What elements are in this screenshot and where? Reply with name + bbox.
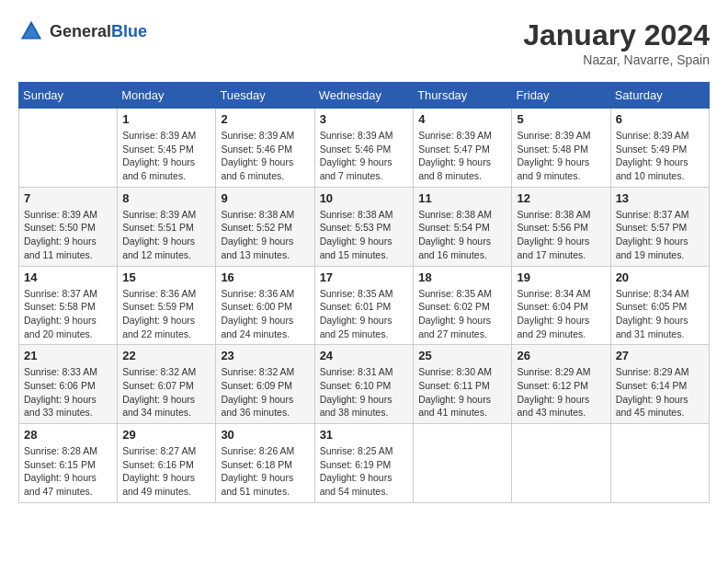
day-info: Sunrise: 8:39 AM Sunset: 5:50 PM Dayligh… [24, 208, 112, 262]
logo-text-general: General [50, 22, 111, 40]
header-wednesday: Wednesday [314, 83, 414, 109]
day-number: 19 [517, 270, 605, 284]
day-info: Sunrise: 8:28 AM Sunset: 6:15 PM Dayligh… [24, 444, 112, 499]
header-friday: Friday [512, 83, 610, 109]
header-thursday: Thursday [414, 83, 512, 109]
header-tuesday: Tuesday [216, 83, 314, 109]
logo-icon [18, 18, 44, 44]
table-row: 19Sunrise: 8:34 AM Sunset: 6:04 PM Dayli… [512, 266, 610, 345]
day-number: 23 [221, 349, 309, 362]
table-row: 9Sunrise: 8:38 AM Sunset: 5:52 PM Daylig… [216, 187, 314, 266]
table-row: 4Sunrise: 8:39 AM Sunset: 5:47 PM Daylig… [414, 109, 512, 188]
table-row: 21Sunrise: 8:33 AM Sunset: 6:06 PM Dayli… [19, 345, 118, 424]
day-info: Sunrise: 8:31 AM Sunset: 6:10 PM Dayligh… [320, 365, 409, 419]
day-info: Sunrise: 8:39 AM Sunset: 5:47 PM Dayligh… [418, 129, 506, 183]
day-info: Sunrise: 8:39 AM Sunset: 5:46 PM Dayligh… [221, 129, 309, 183]
day-info: Sunrise: 8:32 AM Sunset: 6:09 PM Dayligh… [221, 365, 309, 419]
table-row [19, 109, 118, 188]
calendar-week-row: 14Sunrise: 8:37 AM Sunset: 5:58 PM Dayli… [19, 266, 710, 345]
day-number: 28 [24, 428, 112, 442]
table-row: 27Sunrise: 8:29 AM Sunset: 6:14 PM Dayli… [610, 345, 709, 424]
table-row: 2Sunrise: 8:39 AM Sunset: 5:46 PM Daylig… [216, 109, 314, 188]
day-number: 24 [320, 349, 409, 362]
day-info: Sunrise: 8:35 AM Sunset: 6:01 PM Dayligh… [320, 287, 409, 341]
day-info: Sunrise: 8:30 AM Sunset: 6:11 PM Dayligh… [418, 365, 506, 419]
day-info: Sunrise: 8:38 AM Sunset: 5:56 PM Dayligh… [517, 208, 605, 262]
day-number: 15 [122, 270, 210, 284]
table-row: 12Sunrise: 8:38 AM Sunset: 5:56 PM Dayli… [512, 187, 610, 266]
day-number: 21 [24, 349, 112, 362]
day-number: 27 [616, 349, 704, 362]
day-number: 29 [122, 428, 210, 442]
table-row: 29Sunrise: 8:27 AM Sunset: 6:16 PM Dayli… [118, 424, 216, 503]
table-row: 5Sunrise: 8:39 AM Sunset: 5:48 PM Daylig… [512, 109, 610, 188]
day-info: Sunrise: 8:36 AM Sunset: 6:00 PM Dayligh… [221, 287, 309, 341]
day-info: Sunrise: 8:39 AM Sunset: 5:49 PM Dayligh… [616, 129, 704, 183]
day-number: 8 [122, 191, 210, 205]
table-row: 25Sunrise: 8:30 AM Sunset: 6:11 PM Dayli… [414, 345, 512, 424]
calendar-week-row: 21Sunrise: 8:33 AM Sunset: 6:06 PM Dayli… [19, 345, 710, 424]
table-row: 13Sunrise: 8:37 AM Sunset: 5:57 PM Dayli… [610, 187, 709, 266]
calendar-week-row: 28Sunrise: 8:28 AM Sunset: 6:15 PM Dayli… [19, 424, 710, 503]
table-row: 3Sunrise: 8:39 AM Sunset: 5:46 PM Daylig… [314, 109, 414, 188]
header-monday: Monday [118, 83, 216, 109]
day-number: 2 [221, 112, 309, 126]
table-row [610, 424, 709, 503]
day-info: Sunrise: 8:25 AM Sunset: 6:19 PM Dayligh… [320, 444, 409, 499]
day-number: 1 [122, 112, 210, 126]
day-info: Sunrise: 8:37 AM Sunset: 5:58 PM Dayligh… [24, 287, 112, 341]
day-number: 9 [221, 191, 309, 205]
day-info: Sunrise: 8:39 AM Sunset: 5:46 PM Dayligh… [320, 129, 409, 183]
table-row: 23Sunrise: 8:32 AM Sunset: 6:09 PM Dayli… [216, 345, 314, 424]
table-row: 6Sunrise: 8:39 AM Sunset: 5:49 PM Daylig… [610, 109, 709, 188]
day-number: 14 [24, 270, 112, 284]
logo: GeneralBlue [18, 18, 147, 44]
table-row [414, 424, 512, 503]
table-row: 28Sunrise: 8:28 AM Sunset: 6:15 PM Dayli… [19, 424, 118, 503]
logo-text-blue: Blue [111, 22, 147, 40]
day-info: Sunrise: 8:38 AM Sunset: 5:53 PM Dayligh… [320, 208, 409, 262]
day-number: 10 [320, 191, 409, 205]
day-info: Sunrise: 8:39 AM Sunset: 5:45 PM Dayligh… [122, 129, 210, 183]
table-row: 22Sunrise: 8:32 AM Sunset: 6:07 PM Dayli… [118, 345, 216, 424]
day-number: 26 [517, 349, 605, 362]
day-info: Sunrise: 8:35 AM Sunset: 6:02 PM Dayligh… [418, 287, 506, 341]
day-number: 31 [320, 428, 409, 442]
header-sunday: Sunday [19, 83, 118, 109]
page-header: GeneralBlue January 2024 Nazar, Navarre,… [18, 18, 710, 67]
table-row [512, 424, 610, 503]
header-saturday: Saturday [610, 83, 709, 109]
title-block: January 2024 Nazar, Navarre, Spain [523, 18, 710, 67]
calendar-title: January 2024 [523, 18, 710, 52]
day-info: Sunrise: 8:27 AM Sunset: 6:16 PM Dayligh… [122, 444, 210, 499]
day-info: Sunrise: 8:38 AM Sunset: 5:54 PM Dayligh… [418, 208, 506, 262]
table-row: 8Sunrise: 8:39 AM Sunset: 5:51 PM Daylig… [118, 187, 216, 266]
day-number: 18 [418, 270, 506, 284]
table-row: 1Sunrise: 8:39 AM Sunset: 5:45 PM Daylig… [118, 109, 216, 188]
day-number: 11 [418, 191, 506, 205]
table-row: 30Sunrise: 8:26 AM Sunset: 6:18 PM Dayli… [216, 424, 314, 503]
table-row: 7Sunrise: 8:39 AM Sunset: 5:50 PM Daylig… [19, 187, 118, 266]
day-number: 30 [221, 428, 309, 442]
table-row: 18Sunrise: 8:35 AM Sunset: 6:02 PM Dayli… [414, 266, 512, 345]
table-row: 14Sunrise: 8:37 AM Sunset: 5:58 PM Dayli… [19, 266, 118, 345]
day-number: 17 [320, 270, 409, 284]
day-info: Sunrise: 8:39 AM Sunset: 5:48 PM Dayligh… [517, 129, 605, 183]
table-row: 16Sunrise: 8:36 AM Sunset: 6:00 PM Dayli… [216, 266, 314, 345]
day-info: Sunrise: 8:33 AM Sunset: 6:06 PM Dayligh… [24, 365, 112, 419]
day-info: Sunrise: 8:32 AM Sunset: 6:07 PM Dayligh… [122, 365, 210, 419]
weekday-header-row: Sunday Monday Tuesday Wednesday Thursday… [19, 83, 710, 109]
day-number: 5 [517, 112, 605, 126]
day-info: Sunrise: 8:39 AM Sunset: 5:51 PM Dayligh… [122, 208, 210, 262]
day-number: 6 [616, 112, 704, 126]
calendar-location: Nazar, Navarre, Spain [523, 52, 710, 67]
day-number: 4 [418, 112, 506, 126]
day-info: Sunrise: 8:38 AM Sunset: 5:52 PM Dayligh… [221, 208, 309, 262]
table-row: 15Sunrise: 8:36 AM Sunset: 5:59 PM Dayli… [118, 266, 216, 345]
day-number: 3 [320, 112, 409, 126]
day-info: Sunrise: 8:36 AM Sunset: 5:59 PM Dayligh… [122, 287, 210, 341]
day-info: Sunrise: 8:29 AM Sunset: 6:12 PM Dayligh… [517, 365, 605, 419]
day-number: 25 [418, 349, 506, 362]
calendar-week-row: 7Sunrise: 8:39 AM Sunset: 5:50 PM Daylig… [19, 187, 710, 266]
day-info: Sunrise: 8:26 AM Sunset: 6:18 PM Dayligh… [221, 444, 309, 499]
